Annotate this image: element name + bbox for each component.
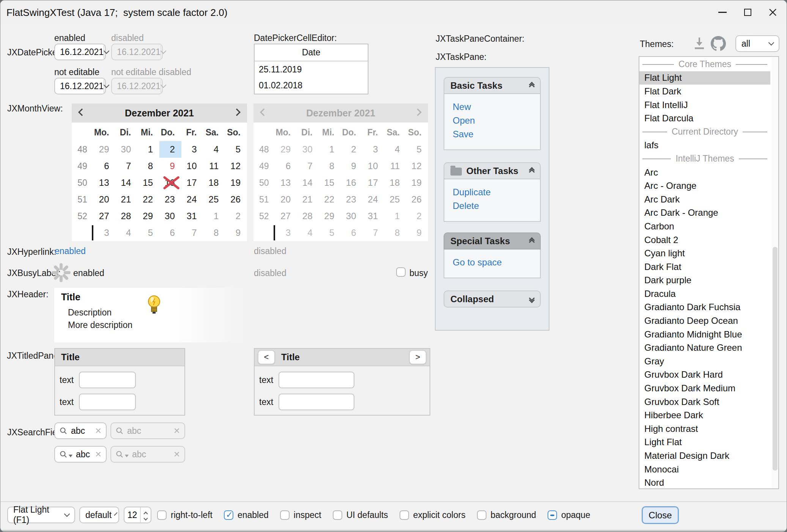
search-field-dropdown-enabled[interactable]: abc × <box>54 446 107 463</box>
minimize-button[interactable] <box>710 0 735 24</box>
next-month-button[interactable] <box>234 110 239 116</box>
option-enabled[interactable]: enabled <box>224 510 269 520</box>
task-link-go-to-space[interactable]: Go to space <box>453 257 540 271</box>
search-input[interactable]: abc <box>71 426 92 436</box>
day-cell[interactable]: 3 <box>94 224 116 241</box>
text-field[interactable] <box>279 372 354 388</box>
theme-item-flat-intellij[interactable]: Flat IntelliJ <box>639 98 770 112</box>
datepicker-dropdown-button[interactable] <box>104 78 109 94</box>
day-cell[interactable]: 4 <box>116 224 138 241</box>
monthview-enabled[interactable]: Dezember 2021Mo.Di.Mi.Do.Fr.Sa.So.482930… <box>72 104 247 241</box>
day-cell[interactable]: 16 <box>159 174 181 191</box>
text-field[interactable] <box>79 372 136 388</box>
theme-item-flat-dark[interactable]: Flat Dark <box>639 85 770 98</box>
titled-panel-prev-button[interactable]: < <box>258 350 275 364</box>
theme-item-light-flat[interactable]: Light Flat <box>639 436 770 449</box>
theme-item-gradianto-nature-green[interactable]: Gradianto Nature Green <box>639 341 770 355</box>
themes-list[interactable]: Core ThemesFlat LightFlat DarkFlat Intel… <box>639 56 779 489</box>
theme-item-gruvbox-dark-soft[interactable]: Gruvbox Dark Soft <box>639 395 770 409</box>
search-icon[interactable] <box>60 427 68 435</box>
task-link-duplicate[interactable]: Duplicate <box>453 187 540 201</box>
day-cell[interactable]: 9 <box>225 224 247 241</box>
day-cell[interactable]: 29 <box>94 141 116 158</box>
day-cell[interactable]: 31 <box>181 208 203 224</box>
search-dropdown-icon[interactable] <box>60 450 72 458</box>
theme-item-arc-orange[interactable]: Arc - Orange <box>639 179 770 193</box>
hyperlink-enabled[interactable]: enabled <box>55 246 86 256</box>
theme-item-flat-darcula[interactable]: Flat Darcula <box>639 111 770 125</box>
table-column-header[interactable]: Date <box>255 44 368 61</box>
busy-checkbox[interactable] <box>396 267 406 277</box>
theme-item-monocai[interactable]: Monocai <box>639 463 770 476</box>
day-cell[interactable]: 22 <box>137 191 159 208</box>
checkbox-box[interactable] <box>224 510 233 520</box>
maximize-button[interactable] <box>735 0 760 24</box>
day-cell[interactable]: 13 <box>94 174 116 191</box>
download-icon[interactable] <box>694 37 705 51</box>
theme-item-arc-dark-orange[interactable]: Arc Dark - Orange <box>639 206 770 220</box>
day-cell[interactable]: 2 <box>159 141 181 158</box>
day-cell[interactable]: 14 <box>116 174 138 191</box>
day-cell[interactable]: 2 <box>225 208 247 224</box>
option-inspect[interactable]: inspect <box>280 510 321 520</box>
close-button[interactable]: Close <box>642 506 679 524</box>
day-cell[interactable]: 8 <box>137 158 159 174</box>
checkbox-box[interactable] <box>333 510 342 520</box>
task-link-save[interactable]: Save <box>453 129 540 143</box>
checkbox-box[interactable] <box>400 510 409 520</box>
day-cell[interactable]: 15 <box>137 174 159 191</box>
task-link-open[interactable]: Open <box>453 115 540 129</box>
day-cell[interactable]: 23 <box>159 191 181 208</box>
option-explicit-colors[interactable]: explicit colors <box>400 510 466 520</box>
theme-item-dark-flat[interactable]: Dark Flat <box>639 260 770 274</box>
task-link-new[interactable]: New <box>453 102 540 115</box>
theme-item-gruvbox-dark-medium[interactable]: Gruvbox Dark Medium <box>639 381 770 395</box>
day-cell[interactable]: 18 <box>203 174 225 191</box>
font-size-value[interactable]: 12 <box>124 507 140 523</box>
theme-item-gradianto-midnight-blue[interactable]: Gradianto Midnight Blue <box>639 328 770 341</box>
checkbox-box[interactable] <box>280 510 290 520</box>
theme-item-arc[interactable]: Arc <box>639 166 770 179</box>
option-opaque[interactable]: opaque <box>548 510 590 520</box>
title-bar[interactable]: FlatSwingXTest (Java 17; system scale fa… <box>0 0 787 24</box>
checkbox-box[interactable] <box>157 510 167 520</box>
theme-item-nord[interactable]: Nord <box>639 476 770 489</box>
close-window-button[interactable] <box>760 0 785 24</box>
checkbox-box[interactable] <box>548 510 557 520</box>
day-cell[interactable]: 25 <box>203 191 225 208</box>
themes-scrollbar-thumb[interactable] <box>773 247 778 471</box>
search-input[interactable]: abc <box>76 449 92 460</box>
theme-item-flat-light[interactable]: Flat Light <box>639 71 770 85</box>
day-cell[interactable]: 19 <box>225 174 247 191</box>
datepicker-not-editable[interactable]: 16.12.2021 <box>54 78 106 94</box>
theme-item-gradianto-deep-ocean[interactable]: Gradianto Deep Ocean <box>639 314 770 328</box>
datepicker-dropdown-button[interactable] <box>104 44 109 60</box>
day-cell[interactable]: 7 <box>181 224 203 241</box>
datepicker-enabled[interactable]: 16.12.2021 <box>54 44 106 60</box>
clear-icon[interactable]: × <box>95 425 101 436</box>
font-combo[interactable]: default <box>79 507 119 523</box>
theme-item-material-design-dark[interactable]: Material Design Dark <box>639 449 770 463</box>
day-cell[interactable]: 6 <box>159 224 181 241</box>
day-cell[interactable]: 4 <box>203 141 225 158</box>
theme-item-cobalt-2[interactable]: Cobalt 2 <box>639 233 770 247</box>
text-field[interactable] <box>279 394 354 410</box>
day-cell[interactable]: 27 <box>94 208 116 224</box>
task-pane-header[interactable]: Other Tasks <box>444 162 541 179</box>
theme-item-high-contrast[interactable]: High contrast <box>639 422 770 436</box>
checkbox-box[interactable] <box>477 510 486 520</box>
day-cell[interactable]: 24 <box>181 191 203 208</box>
datepicker-value[interactable]: 16.12.2021 <box>55 81 104 91</box>
day-cell[interactable]: 6 <box>94 158 116 174</box>
day-cell[interactable]: 8 <box>203 224 225 241</box>
day-cell[interactable]: 12 <box>225 158 247 174</box>
day-cell[interactable]: 10 <box>181 158 203 174</box>
day-cell[interactable]: 29 <box>137 208 159 224</box>
task-pane-header[interactable]: Special Tasks <box>444 232 541 250</box>
task-link-delete[interactable]: Delete <box>453 201 540 214</box>
theme-item-dark-purple[interactable]: Dark purple <box>639 274 770 287</box>
day-cell[interactable]: 9 <box>159 158 181 174</box>
titled-panel-next-button[interactable]: > <box>409 350 427 364</box>
theme-item-hiberbee-dark[interactable]: Hiberbee Dark <box>639 408 770 422</box>
day-cell[interactable]: 26 <box>225 191 247 208</box>
